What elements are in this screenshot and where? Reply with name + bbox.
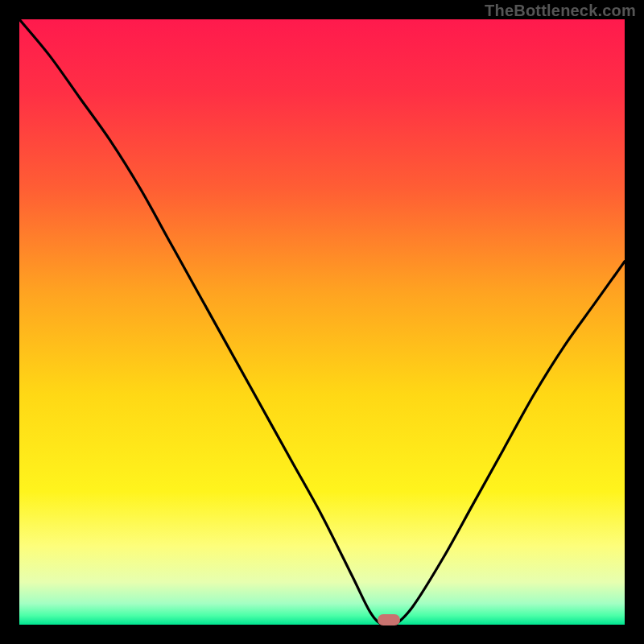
plot-area <box>19 19 625 625</box>
watermark-text: TheBottleneck.com <box>485 2 636 20</box>
bottleneck-curve <box>19 19 625 625</box>
chart-container: TheBottleneck.com <box>0 0 644 644</box>
minimum-marker <box>378 614 400 625</box>
curve-layer <box>19 19 625 625</box>
